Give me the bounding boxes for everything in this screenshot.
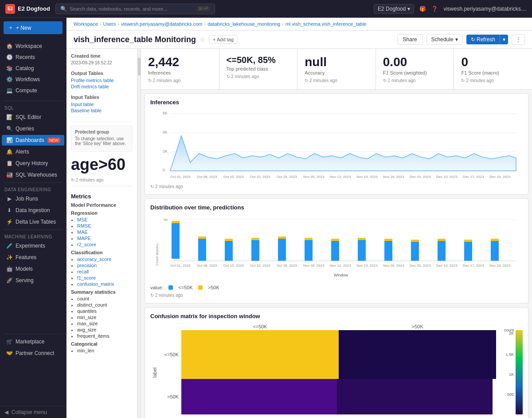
svg-rect-40 [358, 238, 366, 240]
search-bar[interactable]: 🔍 Search data, notebooks, recents, and m… [55, 4, 215, 14]
breadcrumb-monitoring[interactable]: databricks_lakehouse_monitoring [207, 21, 280, 27]
svg-text:Dec 10, 2023: Dec 10, 2023 [436, 264, 458, 268]
sidebar-item-job-runs[interactable]: ▶ Job Runs [2, 193, 64, 204]
left-panel-scrollbar[interactable] [137, 49, 141, 418]
svg-text:Nov 26, 2023: Nov 26, 2023 [383, 264, 404, 268]
collapse-icon: ◀ [4, 409, 8, 415]
sidebar-item-sql-warehouses[interactable]: 🏭 SQL Warehouses [2, 170, 64, 180]
sidebar-item-features[interactable]: ✨ Features [2, 252, 64, 263]
svg-rect-26 [172, 221, 180, 223]
brand-icon: E2 [5, 4, 15, 14]
y-label-gt50k: >50K [159, 379, 181, 414]
svg-rect-47 [464, 242, 472, 261]
sidebar-item-marketplace[interactable]: 🛒 Marketplace [2, 336, 64, 347]
svg-rect-34 [278, 237, 286, 239]
sidebar-item-experiments[interactable]: 🧪 Experiments [2, 241, 64, 251]
sidebar-item-partner-connect[interactable]: 🤝 Partner Connect [2, 348, 64, 359]
svg-rect-48 [464, 240, 472, 242]
sidebar-item-alerts[interactable]: 🔔 Alerts [2, 146, 64, 157]
svg-text:Oct 22, 2023: Oct 22, 2023 [250, 264, 270, 268]
metric-card-top-class: <=50K, 85% Top predicted class ↻ 2 minut… [219, 49, 298, 89]
metric-card-inferences: 2,442 Inferences ↻ 2 minutes ago [141, 49, 219, 89]
legend-value-label: value: [150, 285, 163, 290]
sidebar-item-workspace[interactable]: 🏠 Workspace [2, 41, 64, 51]
data-ingestion-icon: ⬇ [6, 207, 12, 213]
protected-group-box: Protected group To change selection, use… [71, 126, 133, 152]
inferences-chart-title: Inferences [150, 99, 523, 106]
experiments-icon: 🧪 [6, 243, 12, 249]
breadcrumb-user[interactable]: viswesh.periyasamy@databricks.com [121, 21, 203, 27]
sidebar-item-models[interactable]: 🤖 Models [2, 264, 64, 274]
inferences-chart-time: ↻ 2 minutes ago [150, 184, 523, 189]
help-icon[interactable]: ❓ [431, 6, 438, 12]
metric-mse[interactable]: MSE [77, 217, 133, 222]
x-label-le50k: <=50K [181, 323, 339, 330]
metric-mape[interactable]: MAPE [77, 236, 133, 241]
sidebar-item-recents[interactable]: 🕒 Recents [2, 52, 64, 63]
legend-dot-le50k [168, 285, 173, 290]
svg-rect-49 [491, 241, 499, 261]
metric-accuracy[interactable]: accuracy_score [77, 256, 133, 262]
sidebar-item-dashboards[interactable]: 📊 Dashboards NEW [2, 135, 64, 146]
stat-quantiles: quantiles [77, 308, 133, 314]
sidebar-item-compute[interactable]: 💻 Compute [2, 85, 64, 96]
star-button[interactable]: ☆ [200, 36, 205, 43]
metric-r2[interactable]: r2_score [77, 242, 133, 247]
breadcrumb-table[interactable]: ml.vish_schema.vish_inference_table [286, 21, 367, 27]
drift-metrics-link[interactable]: Drift metrics table [71, 84, 133, 89]
chevron-down-icon: ▾ [455, 36, 458, 43]
sidebar-item-workflows[interactable]: ⚙️ Workflows [2, 74, 64, 85]
sidebar-item-sql-editor[interactable]: 📝 SQL Editor [2, 112, 64, 122]
env-selector[interactable]: E2 Dogfood ▾ [374, 4, 414, 14]
metric-precision[interactable]: precision [77, 263, 133, 268]
gift-icon[interactable]: 🎁 [419, 6, 426, 12]
new-button[interactable]: ＋ + New [4, 21, 63, 34]
metric-confusion[interactable]: confusion_matrix [77, 281, 133, 287]
profile-metrics-link[interactable]: Profile metrics table [71, 78, 133, 83]
confusion-matrix-grid: <=50K >50K <=50K [159, 323, 523, 418]
recents-icon: 🕒 [6, 54, 12, 60]
refresh-caret-button[interactable]: ▾ [500, 35, 508, 44]
metric-recall[interactable]: recall [77, 269, 133, 274]
filter-time: ↻ 2 minutes ago [71, 177, 133, 182]
add-tag-button[interactable]: + Add tag [209, 35, 238, 44]
more-options-button[interactable]: ⋮ [512, 34, 525, 45]
user-menu[interactable]: viswesh.periyasamy@databricks.... [443, 6, 527, 12]
svg-text:Dec 17, 2023: Dec 17, 2023 [463, 264, 484, 268]
sidebar-item-query-history[interactable]: 📋 Query History [2, 158, 64, 169]
svg-text:Oct 01, 2023: Oct 01, 2023 [170, 264, 191, 268]
sidebar-item-data-ingestion[interactable]: ⬇ Data Ingestion [2, 205, 64, 216]
input-tables-section: Input Tables Input table Baseline table [71, 95, 133, 113]
sidebar-item-delta-live[interactable]: ⚡ Delta Live Tables [2, 217, 64, 227]
inferences-chart-section: Inferences 6K 4K 2K 0 [145, 93, 528, 195]
svg-text:Nov 12, 2023: Nov 12, 2023 [330, 175, 351, 179]
svg-text:Nov 26, 2023: Nov 26, 2023 [383, 175, 404, 179]
input-table-link[interactable]: Input table [71, 102, 133, 107]
svg-rect-45 [438, 241, 446, 261]
colorbar-2k: 2K [509, 331, 514, 335]
metric-rmse[interactable]: RMSE [77, 223, 133, 229]
delta-live-icon: ⚡ [6, 219, 12, 225]
alerts-icon: 🔔 [6, 149, 12, 155]
svg-text:Nov 19, 2023: Nov 19, 2023 [356, 264, 378, 268]
share-button[interactable]: Share [397, 34, 423, 45]
refresh-button[interactable]: ↻ Refresh [466, 35, 500, 44]
breadcrumb-workspace[interactable]: Workspace [74, 21, 98, 27]
main-nav: 🏠 Workspace 🕒 Recents 📚 Catalog ⚙️ Workf… [0, 38, 66, 99]
cell-le50k-le50k [181, 330, 339, 379]
confusion-row-2: >50K count 2K 1.5K 1K 5 [159, 379, 523, 414]
metric-f1[interactable]: f1_score [77, 275, 133, 280]
sidebar-item-queries[interactable]: 🔍 Queries [2, 123, 64, 134]
sidebar-item-serving[interactable]: 🚀 Serving [2, 275, 64, 286]
schedule-button[interactable]: Schedule ▾ [426, 34, 463, 45]
sidebar-item-catalog[interactable]: 📚 Catalog [2, 63, 64, 74]
breadcrumb-users[interactable]: Users [103, 21, 116, 27]
confusion-row-1: <=50K [159, 330, 523, 379]
metric-mae[interactable]: MAE [77, 229, 133, 235]
svg-rect-36 [305, 238, 313, 240]
baseline-table-link[interactable]: Baseline table [71, 108, 133, 113]
new-badge: NEW [47, 138, 60, 143]
stat-max: max_size [77, 321, 133, 326]
collapse-menu-button[interactable]: ◀ Collapse menu [0, 406, 66, 418]
cat-min-len: min_len [77, 348, 133, 353]
